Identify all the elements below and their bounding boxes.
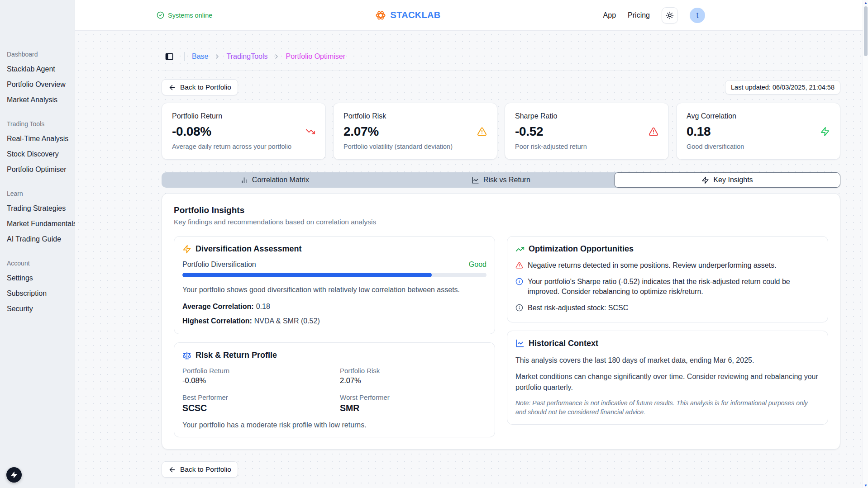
metric-caption: Good diversification [687, 143, 830, 150]
sidebar: Dashboard Stacklab Agent Portfolio Overv… [0, 0, 75, 488]
toolbar: Back to Portfolio Last updated: 06/03/20… [162, 79, 840, 95]
sidebar-item-stacklab-agent[interactable]: Stacklab Agent [0, 62, 75, 77]
zap-icon [10, 471, 18, 479]
tab-label: Key Insights [713, 176, 753, 184]
vertical-divider [184, 52, 185, 61]
breadcrumb: Base TradingTools Portfolio Optimiser [192, 52, 345, 61]
line-chart-icon [515, 339, 525, 348]
theme-toggle-button[interactable] [662, 7, 678, 24]
metric-value: 0.18 [687, 124, 711, 139]
stat-value: SMR [340, 403, 486, 413]
opportunity-item: Best risk-adjusted stock: SCSC [515, 303, 820, 313]
sidebar-item-portfolio-optimiser[interactable]: Portfolio Optimiser [0, 162, 75, 177]
panel-title: Portfolio Insights [174, 205, 828, 215]
sidebar-section-trading-tools: Trading Tools [0, 120, 75, 128]
sun-icon [666, 11, 674, 19]
sidebar-item-portfolio-overview[interactable]: Portfolio Overview [0, 77, 75, 92]
trending-up-icon [515, 245, 525, 254]
metric-value: -0.52 [515, 124, 543, 139]
scrollbar[interactable]: ▲ ▼ [863, 0, 868, 488]
breadcrumb-base[interactable]: Base [192, 52, 208, 61]
sidebar-item-stock-discovery[interactable]: Stock Discovery [0, 147, 75, 162]
highest-correlation-label: Highest Correlation: [182, 317, 252, 325]
metric-title: Sharpe Ratio [515, 112, 658, 120]
scroll-down-arrow[interactable]: ▼ [863, 483, 868, 488]
quick-actions-button[interactable] [6, 467, 22, 483]
back-to-portfolio-button-bottom[interactable]: Back to Portfolio [162, 461, 238, 478]
info-icon [515, 278, 523, 297]
app-root: Dashboard Stacklab Agent Portfolio Overv… [0, 0, 868, 488]
sidebar-item-security[interactable]: Security [0, 301, 75, 317]
bar-chart-icon [240, 176, 248, 184]
stat-label: Portfolio Return [182, 367, 329, 374]
sidebar-item-subscription[interactable]: Subscription [0, 286, 75, 301]
tab-correlation-matrix[interactable]: Correlation Matrix [162, 172, 388, 188]
tab-key-insights[interactable]: Key Insights [614, 172, 840, 188]
sidebar-item-settings[interactable]: Settings [0, 270, 75, 286]
card-title: Historical Context [529, 339, 598, 348]
last-updated-badge: Last updated: 06/03/2025, 21:04:58 [725, 80, 840, 95]
stat-label: Portfolio Risk [340, 367, 486, 374]
card-title: Diversification Assessment [196, 244, 301, 254]
diversification-label: Portfolio Diversification [182, 261, 256, 269]
portfolio-insights-panel: Portfolio Insights Key findings and reco… [162, 193, 840, 450]
stat-value: -0.08% [182, 376, 329, 385]
brand-logo[interactable]: STACKLAB [375, 10, 441, 21]
metric-caption: Poor risk-adjusted return [515, 143, 658, 150]
zap-icon [701, 176, 709, 184]
risk-return-profile-card: Risk & Return Profile Portfolio Return -… [174, 342, 495, 437]
system-status-label: Systems online [168, 12, 212, 19]
line-chart-icon [472, 176, 479, 184]
scroll-thumb[interactable] [864, 6, 868, 56]
stat-worst-performer: Worst Performer SMR [340, 393, 486, 413]
highest-correlation-line: Highest Correlation:NVDA & SMR (0.52) [182, 317, 486, 325]
sidebar-item-ai-trading-guide[interactable]: AI Trading Guide [0, 232, 75, 247]
sidebar-item-trading-strategies[interactable]: Trading Strategies [0, 201, 75, 216]
back-to-portfolio-button-top[interactable]: Back to Portfolio [162, 79, 238, 95]
average-correlation-label: Average Correlation: [182, 303, 254, 310]
average-correlation-line: Average Correlation:0.18 [182, 303, 486, 311]
metric-card-avg-correlation: Avg Correlation 0.18 Good diversificatio… [676, 103, 840, 160]
breadcrumb-portfolio-optimiser[interactable]: Portfolio Optimiser [286, 52, 345, 61]
historical-paragraph: This analysis covers the last 180 days o… [515, 355, 820, 366]
tab-label: Correlation Matrix [252, 176, 309, 184]
breadcrumb-tradingtools[interactable]: TradingTools [226, 52, 267, 61]
sidebar-toggle-button[interactable] [162, 49, 177, 64]
chevron-right-icon [273, 53, 280, 60]
sidebar-item-real-time-analysis[interactable]: Real-Time Analysis [0, 131, 75, 147]
diversification-progress-track [182, 273, 486, 277]
diversification-assessment-card: Diversification Assessment Portfolio Div… [174, 236, 495, 334]
user-avatar[interactable]: t [690, 8, 705, 23]
trending-down-icon [305, 127, 315, 137]
highest-correlation-value: NVDA & SMR (0.52) [254, 317, 320, 325]
stat-label: Worst Performer [340, 393, 486, 401]
opportunity-item: Your portfolio's Sharpe ratio (-0.52) in… [515, 277, 820, 297]
sidebar-item-market-analysis[interactable]: Market Analysis [0, 92, 75, 108]
sidebar-section-account: Account [0, 260, 75, 267]
stat-value: SCSC [182, 403, 329, 413]
stat-best-performer: Best Performer SCSC [182, 393, 329, 413]
tab-risk-vs-return[interactable]: Risk vs Return [388, 172, 614, 188]
nav-app[interactable]: App [603, 11, 616, 19]
diversification-description: Your portfolio shows good diversificatio… [182, 285, 486, 295]
tab-label: Risk vs Return [483, 176, 530, 184]
back-button-label: Back to Portfolio [180, 83, 231, 91]
view-tabs: Correlation Matrix Risk vs Return Key In… [162, 172, 840, 188]
breadcrumb-bar: Base TradingTools Portfolio Optimiser [162, 49, 840, 71]
metric-card-portfolio-risk: Portfolio Risk 2.07% Portfolio volatilit… [333, 103, 497, 160]
sidebar-item-market-fundamentals[interactable]: Market Fundamentals [0, 216, 75, 232]
stat-portfolio-return: Portfolio Return -0.08% [182, 367, 329, 385]
nav-pricing[interactable]: Pricing [628, 11, 650, 19]
top-header: Systems online STACKLAB App Pricing [75, 0, 868, 31]
chevron-right-icon [214, 53, 221, 60]
risk-profile-summary: Your portfolio has a moderate risk profi… [182, 421, 486, 429]
card-title: Optimization Opportunities [529, 244, 634, 254]
metric-title: Avg Correlation [687, 112, 830, 120]
metric-cards: Portfolio Return -0.08% Average daily re… [162, 103, 840, 160]
brand-name: STACKLAB [391, 10, 441, 20]
opportunity-text: Your portfolio's Sharpe ratio (-0.52) in… [528, 277, 820, 297]
scales-icon [182, 351, 191, 360]
metric-title: Portfolio Return [172, 112, 315, 120]
metric-title: Portfolio Risk [343, 112, 487, 120]
scroll-up-arrow[interactable]: ▲ [863, 0, 868, 5]
